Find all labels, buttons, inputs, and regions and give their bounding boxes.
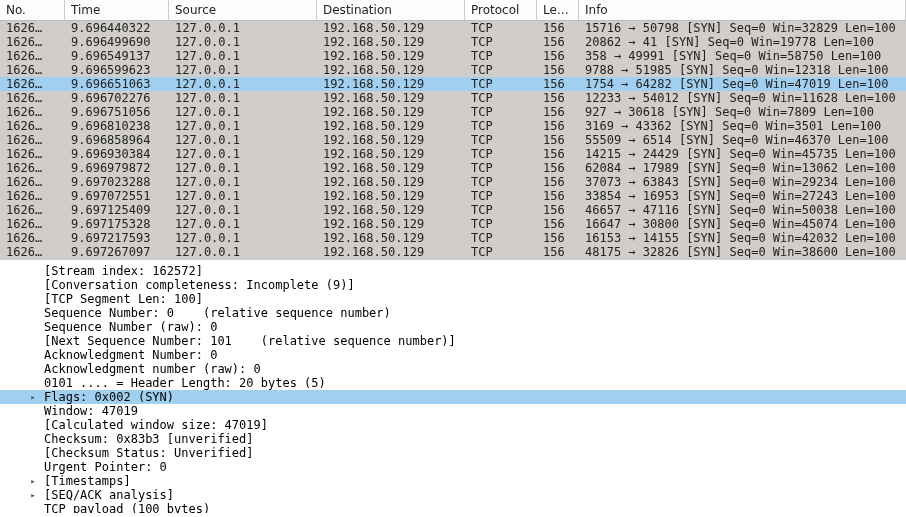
packet-cell-protocol: TCP [465,105,537,119]
detail-line[interactable]: ▸[SEQ/ACK analysis] [0,488,906,502]
packet-cell-source: 127.0.0.1 [169,119,317,133]
packet-cell-destination: 192.168.50.129 [317,91,465,105]
packet-cell-info: 46657 → 47116 [SYN] Seq=0 Win=50038 Len=… [579,203,906,217]
packet-row[interactable]: 1626…9.697267097127.0.0.1192.168.50.129T… [0,245,906,259]
column-header-protocol[interactable]: Protocol [465,0,537,20]
detail-line[interactable]: Urgent Pointer: 0 [0,460,906,474]
packet-row[interactable]: 1626…9.696440322127.0.0.1192.168.50.129T… [0,21,906,35]
packet-cell-info: 48175 → 32826 [SYN] Seq=0 Win=38600 Len=… [579,245,906,259]
packet-cell-time: 9.697175328 [65,217,169,231]
packet-details-pane[interactable]: [Stream index: 162572][Conversation comp… [0,260,906,513]
detail-text: [Next Sequence Number: 101 (relative seq… [44,334,456,348]
packet-row[interactable]: 1626…9.696702276127.0.0.1192.168.50.129T… [0,91,906,105]
packet-row[interactable]: 1626…9.696979872127.0.0.1192.168.50.129T… [0,161,906,175]
packet-cell-length: 156 [537,217,579,231]
packet-list-pane[interactable]: No. Time Source Destination Protocol Len… [0,0,906,260]
detail-line[interactable]: Window: 47019 [0,404,906,418]
expand-right-icon[interactable]: ▸ [26,474,40,488]
packet-cell-no: 1626… [0,217,65,231]
packet-cell-no: 1626… [0,21,65,35]
detail-line[interactable]: [Next Sequence Number: 101 (relative seq… [0,334,906,348]
packet-cell-info: 62084 → 17989 [SYN] Seq=0 Win=13062 Len=… [579,161,906,175]
packet-cell-destination: 192.168.50.129 [317,77,465,91]
packet-cell-info: 55509 → 6514 [SYN] Seq=0 Win=46370 Len=1… [579,133,906,147]
detail-line[interactable]: [Checksum Status: Unverified] [0,446,906,460]
detail-text: [Conversation completeness: Incomplete (… [44,278,355,292]
detail-text: Acknowledgment Number: 0 [44,348,217,362]
packet-cell-no: 1626… [0,91,65,105]
packet-row[interactable]: 1626…9.696858964127.0.0.1192.168.50.129T… [0,133,906,147]
detail-line[interactable]: Acknowledgment number (raw): 0 [0,362,906,376]
packet-cell-length: 156 [537,147,579,161]
packet-list-body: 1626…9.696440322127.0.0.1192.168.50.129T… [0,21,906,259]
detail-line[interactable]: 0101 .... = Header Length: 20 bytes (5) [0,376,906,390]
column-header-source[interactable]: Source [169,0,317,20]
packet-row[interactable]: 1626…9.696751056127.0.0.1192.168.50.129T… [0,105,906,119]
packet-cell-length: 156 [537,35,579,49]
detail-text: [TCP Segment Len: 100] [44,292,203,306]
packet-cell-source: 127.0.0.1 [169,217,317,231]
column-header-time[interactable]: Time [65,0,169,20]
packet-row[interactable]: 1626…9.697023288127.0.0.1192.168.50.129T… [0,175,906,189]
detail-text: Acknowledgment number (raw): 0 [44,362,261,376]
packet-row[interactable]: 1626…9.697217593127.0.0.1192.168.50.129T… [0,231,906,245]
detail-text: Flags: 0x002 (SYN) [44,390,174,404]
packet-cell-no: 1626… [0,77,65,91]
packet-cell-time: 9.696751056 [65,105,169,119]
packet-cell-destination: 192.168.50.129 [317,133,465,147]
column-header-destination[interactable]: Destination [317,0,465,20]
column-header-no[interactable]: No. [0,0,65,20]
detail-line[interactable]: Sequence Number (raw): 0 [0,320,906,334]
packet-cell-no: 1626… [0,49,65,63]
packet-cell-source: 127.0.0.1 [169,147,317,161]
packet-cell-time: 9.696810238 [65,119,169,133]
detail-line[interactable]: TCP payload (100 bytes) [0,502,906,513]
detail-line[interactable]: Sequence Number: 0 (relative sequence nu… [0,306,906,320]
packet-cell-info: 358 → 49991 [SYN] Seq=0 Win=58750 Len=10… [579,49,906,63]
packet-cell-info: 33854 → 16953 [SYN] Seq=0 Win=27243 Len=… [579,189,906,203]
detail-line[interactable]: [Conversation completeness: Incomplete (… [0,278,906,292]
packet-row[interactable]: 1626…9.696651063127.0.0.1192.168.50.129T… [0,77,906,91]
packet-cell-source: 127.0.0.1 [169,63,317,77]
packet-cell-source: 127.0.0.1 [169,21,317,35]
packet-row[interactable]: 1626…9.696549137127.0.0.1192.168.50.129T… [0,49,906,63]
packet-cell-source: 127.0.0.1 [169,161,317,175]
detail-line[interactable]: [TCP Segment Len: 100] [0,292,906,306]
packet-row[interactable]: 1626…9.696599623127.0.0.1192.168.50.129T… [0,63,906,77]
packet-cell-source: 127.0.0.1 [169,105,317,119]
packet-cell-info: 3169 → 43362 [SYN] Seq=0 Win=3501 Len=10… [579,119,906,133]
packet-cell-destination: 192.168.50.129 [317,35,465,49]
detail-line[interactable]: [Stream index: 162572] [0,264,906,278]
packet-cell-protocol: TCP [465,35,537,49]
packet-cell-protocol: TCP [465,91,537,105]
packet-cell-protocol: TCP [465,189,537,203]
packet-row[interactable]: 1626…9.696930384127.0.0.1192.168.50.129T… [0,147,906,161]
expand-right-icon[interactable]: ▸ [26,390,40,404]
packet-cell-info: 20862 → 41 [SYN] Seq=0 Win=19778 Len=100 [579,35,906,49]
column-header-length[interactable]: Length [537,0,579,20]
packet-row[interactable]: 1626…9.696810238127.0.0.1192.168.50.129T… [0,119,906,133]
expand-right-icon[interactable]: ▸ [26,488,40,502]
packet-cell-length: 156 [537,105,579,119]
packet-cell-time: 9.697217593 [65,231,169,245]
packet-cell-destination: 192.168.50.129 [317,175,465,189]
detail-line[interactable]: ▸Flags: 0x002 (SYN) [0,390,906,404]
packet-row[interactable]: 1626…9.696499690127.0.0.1192.168.50.129T… [0,35,906,49]
packet-cell-protocol: TCP [465,175,537,189]
packet-row[interactable]: 1626…9.697125409127.0.0.1192.168.50.129T… [0,203,906,217]
detail-line[interactable]: [Calculated window size: 47019] [0,418,906,432]
packet-cell-no: 1626… [0,119,65,133]
packet-cell-info: 16647 → 30800 [SYN] Seq=0 Win=45074 Len=… [579,217,906,231]
detail-line[interactable]: ▸[Timestamps] [0,474,906,488]
packet-cell-protocol: TCP [465,161,537,175]
packet-row[interactable]: 1626…9.697175328127.0.0.1192.168.50.129T… [0,217,906,231]
packet-cell-time: 9.697125409 [65,203,169,217]
packet-cell-source: 127.0.0.1 [169,77,317,91]
packet-cell-protocol: TCP [465,63,537,77]
packet-row[interactable]: 1626…9.697072551127.0.0.1192.168.50.129T… [0,189,906,203]
detail-line[interactable]: Checksum: 0x83b3 [unverified] [0,432,906,446]
detail-line[interactable]: Acknowledgment Number: 0 [0,348,906,362]
column-header-info[interactable]: Info [579,0,906,20]
packet-cell-time: 9.696440322 [65,21,169,35]
packet-cell-length: 156 [537,91,579,105]
